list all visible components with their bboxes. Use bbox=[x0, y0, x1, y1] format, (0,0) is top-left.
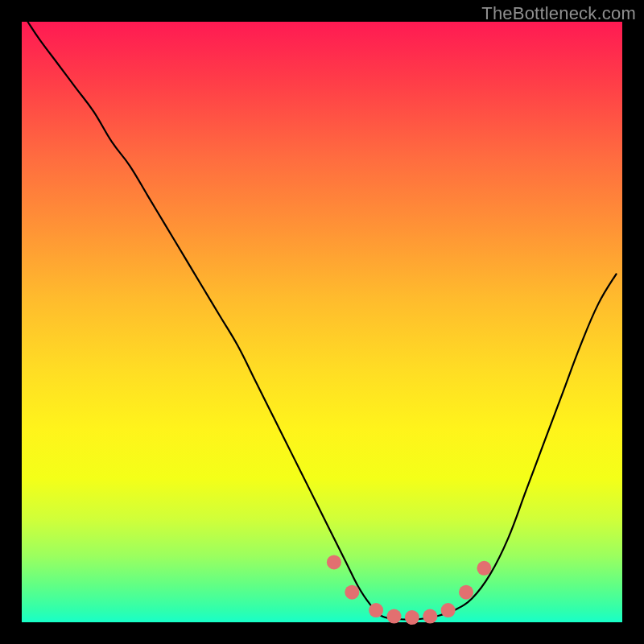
chart-frame: TheBottleneck.com bbox=[0, 0, 644, 644]
gradient-background bbox=[22, 22, 622, 622]
watermark-label: TheBottleneck.com bbox=[481, 3, 636, 24]
